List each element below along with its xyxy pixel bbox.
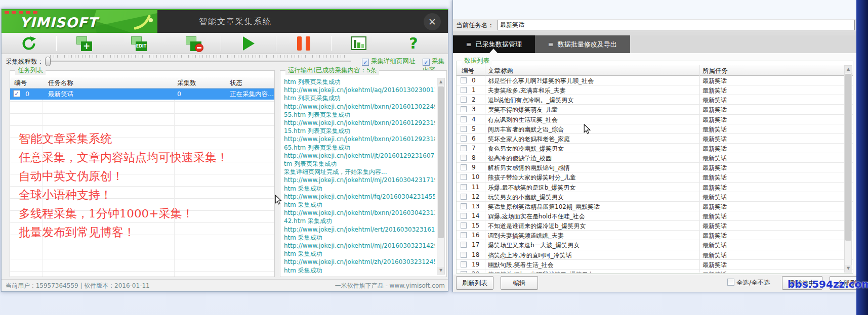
row-checkbox[interactable]: [461, 213, 467, 219]
table-row[interactable]: 10 熊孩子带给大家的爆笑时分_儿童 最新笑话: [457, 172, 853, 182]
close-icon[interactable]: ✕: [424, 13, 441, 30]
log-line: tm 列表页采集成功: [284, 160, 435, 168]
tab[interactable]: ≡ 数据批量修改及导出: [535, 35, 630, 53]
table-row[interactable]: 12 玩笑男女的小幽默_爆笑男女 最新笑话: [457, 192, 853, 202]
table-row[interactable]: 9 解析男女感情的幽默锦句_感情 最新笑话: [457, 163, 853, 172]
tab[interactable]: ≡ 已采集数据管理: [453, 35, 535, 53]
row-checkbox[interactable]: [461, 155, 467, 161]
table-row[interactable]: 2 逗b说他们有点冷啊。_爆笑男女 最新笑话: [457, 95, 853, 105]
task-list-title: 任务列表: [15, 66, 46, 75]
row-title: 熊孩子带给大家的爆笑时分_儿童: [488, 173, 576, 182]
row-checkbox[interactable]: [461, 271, 467, 273]
row-checkbox[interactable]: [461, 126, 467, 132]
table-scrollbar[interactable]: ▲ ▼: [844, 65, 852, 273]
table-row[interactable]: 6 笑坏全家人的老妈和老爸_家庭 最新笑话: [457, 134, 853, 144]
select-all-label: 全选/全不选: [736, 279, 770, 286]
table-row[interactable]: 3 哭笑不得的爆笑萌友_儿童 最新笑话: [457, 105, 853, 114]
checkbox-unchecked-icon[interactable]: [727, 279, 734, 286]
row-task: 最新笑话: [702, 164, 727, 172]
row-checkbox[interactable]: [461, 261, 467, 267]
slider-thumb[interactable]: [45, 57, 51, 66]
refresh-list-button[interactable]: 刷新列表: [456, 276, 493, 290]
row-title: 不知道是谁请来的爆冷逗b_爆笑男女: [488, 222, 586, 231]
row-id: 7: [472, 145, 476, 152]
row-checkbox[interactable]: [461, 252, 467, 258]
mouse-cursor: [275, 195, 282, 205]
status-user-version: 当前用户 : 15957364559 | 软件版本 : 2016-01-11: [6, 282, 150, 290]
log-line: http://www.jokeji.cn/jokehtml/mj/2016030…: [284, 176, 435, 184]
row-checkbox[interactable]: [461, 184, 467, 190]
row-checkbox[interactable]: [461, 174, 467, 180]
table-row[interactable]: 13 笑话集原创笑话精品展第102期_幽默笑话 最新笑话: [457, 202, 853, 211]
row-id: 8: [472, 154, 476, 161]
scroll-thumb[interactable]: [845, 74, 851, 241]
log-line: http://www.jokeji.cn/jokehtml/ert/201603…: [284, 226, 435, 234]
checkbox-detail-url[interactable]: ✓ 采集详细页网址: [362, 57, 415, 66]
row-id: 0: [472, 77, 476, 84]
row-task: 最新笑话: [702, 212, 727, 221]
scroll-down-icon[interactable]: ▼: [845, 265, 852, 272]
row-checkbox[interactable]: [461, 164, 467, 170]
table-row[interactable]: 19 幽默句段,笑看生活_社会 最新笑话: [457, 260, 853, 269]
edit-button[interactable]: 编辑: [501, 276, 538, 290]
table-row[interactable]: 0 都是些什么事儿啊?!爆笑的事儿呗_社会 最新笑话: [457, 76, 853, 85]
pause-icon[interactable]: [276, 34, 331, 53]
promo-line: 多线程采集，1分钟1000+采集！: [19, 204, 257, 223]
table-row[interactable]: 18 搞笑恋上冷,冷的直呵呵_冷笑话 最新笑话: [457, 250, 853, 260]
row-checkbox[interactable]: [461, 222, 467, 229]
help-icon[interactable]: ?: [386, 34, 441, 53]
window-title: 智能文章采集系统: [199, 17, 272, 27]
task-row-selected[interactable]: ✓ 0 最新笑话 0 正在采集内容...: [10, 88, 274, 100]
row-checkbox[interactable]: [461, 116, 467, 122]
row-checkbox[interactable]: [461, 242, 467, 248]
checkbox-checked-icon[interactable]: ✓: [423, 59, 430, 66]
scroll-up-icon[interactable]: ▲: [845, 66, 852, 73]
thread-slider-row: 采集线程数： ✓ 采集详细页网址 ✓ 采集内容: [2, 54, 448, 68]
row-checkbox[interactable]: [461, 232, 467, 238]
table-row[interactable]: 14 槑爆,这场面实在是hold不住哇_社会 最新笑话: [457, 211, 853, 221]
status-product: 一米软件旗下产品 - www.yimisoft.com: [335, 282, 445, 290]
checkbox-checked-icon[interactable]: ✓: [362, 59, 369, 66]
row-checkbox[interactable]: [461, 194, 467, 200]
statistics-icon[interactable]: [332, 34, 386, 53]
table-row[interactable]: 20 笑得简单,逗b，出现我就笑了_爆笑男女 最新笑话: [457, 269, 853, 273]
edit-task-icon[interactable]: EDIT: [111, 34, 166, 53]
row-checkbox[interactable]: [461, 106, 467, 112]
tab-label: 数据批量修改及导出: [558, 40, 617, 49]
row-checkbox[interactable]: [461, 136, 467, 142]
row-checkbox-checked[interactable]: ✓: [13, 90, 20, 97]
refresh-icon[interactable]: [2, 34, 56, 53]
scroll-down-icon[interactable]: ▼: [437, 267, 444, 274]
current-task-input[interactable]: [498, 20, 855, 30]
run-output-title: 运行输出(已成功采集内容：5条: [285, 66, 379, 75]
row-checkbox[interactable]: [461, 87, 467, 93]
log-line: 15.htm 列表页采集成功: [284, 127, 435, 135]
row-title: 食色男女的冷幽默_爆笑男女: [488, 145, 564, 153]
row-checkbox[interactable]: [461, 145, 467, 151]
table-row[interactable]: 4 有点讽刺的生活玩笑_社会 最新笑话: [457, 115, 853, 124]
table-row[interactable]: 8 很高冷的傻缺学渣_校园 最新笑话: [457, 153, 853, 163]
log-scrollbar[interactable]: ▲ ▼: [437, 78, 445, 275]
table-row[interactable]: 15 不知道是谁请来的爆冷逗b_爆笑男女 最新笑话: [457, 221, 853, 231]
scroll-thumb[interactable]: [438, 86, 444, 238]
table-row[interactable]: 7 食色男女的冷幽默_爆笑男女 最新笑话: [457, 144, 853, 153]
table-row[interactable]: 17 爆笑场里又来逗b一大波_爆笑男女 最新笑话: [457, 240, 853, 250]
row-checkbox[interactable]: [461, 77, 467, 83]
row-title: 很高冷的傻缺学渣_校园: [488, 154, 552, 163]
add-task-icon[interactable]: +: [57, 34, 111, 53]
delete-task-icon[interactable]: [166, 34, 221, 53]
col-title: 文章标题: [488, 67, 513, 75]
table-row[interactable]: 1 夫妻笑段多,充满喜和乐_夫妻 最新笑话: [457, 85, 853, 95]
table-row[interactable]: 5 阅历丰富者的幽默之语_综合 最新笑话: [457, 124, 853, 134]
scroll-up-icon[interactable]: ▲: [437, 78, 444, 85]
table-row[interactable]: 11 乐爆,最不缺笑的是逗b_爆笑男女 最新笑话: [457, 183, 853, 192]
col-count: 采集数: [177, 79, 196, 87]
thread-slider[interactable]: [47, 61, 351, 62]
log-line: http://www.jokeji.cn/jokehtml/zh/2016030…: [284, 258, 435, 266]
table-row[interactable]: 16 调到夫妻搞笑频道瞧瞧_夫妻 最新笑话: [457, 231, 853, 240]
start-icon[interactable]: [221, 34, 276, 53]
select-all-checkbox[interactable]: 全选/全不选: [727, 279, 770, 287]
row-checkbox[interactable]: [461, 203, 467, 209]
row-checkbox[interactable]: [461, 97, 467, 103]
row-id: 13: [472, 203, 479, 210]
